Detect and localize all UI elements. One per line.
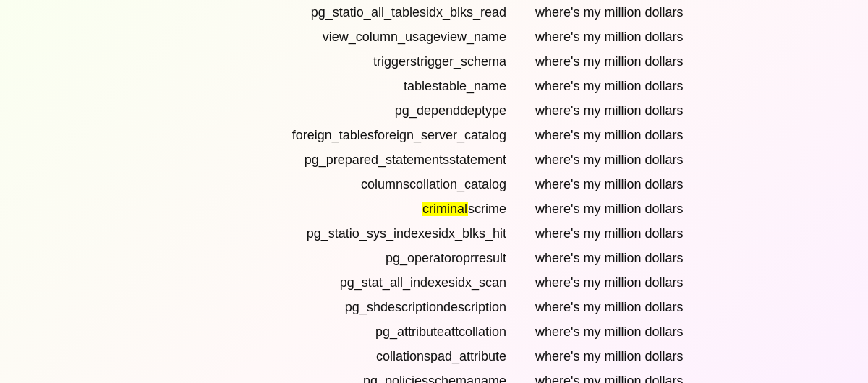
left-cell: pg_stat_all_indexesidx_scan (72, 275, 521, 291)
highlighted-text: criminal (422, 202, 468, 216)
table-row: foreign_tablesforeign_server_catalogwher… (0, 123, 868, 147)
table-row: triggerstrigger_schemawhere's my million… (0, 49, 868, 74)
left-cell: pg_statio_all_tablesidx_blks_read (72, 5, 521, 20)
right-cell: where's my million dollars (521, 152, 796, 168)
table-row: pg_dependdeptypewhere's my million dolla… (0, 98, 868, 123)
left-cell: pg_operatoroprresult (72, 251, 521, 266)
right-cell: where's my million dollars (521, 226, 796, 241)
table-row: pg_stat_all_indexesidx_scanwhere's my mi… (0, 270, 868, 295)
right-cell: where's my million dollars (521, 251, 796, 266)
table-row: pg_operatoroprresultwhere's my million d… (0, 246, 868, 270)
right-cell: where's my million dollars (521, 324, 796, 340)
table-row: pg_shdescriptiondescriptionwhere's my mi… (0, 295, 868, 319)
table-row: collationspad_attributewhere's my millio… (0, 344, 868, 369)
right-cell: where's my million dollars (521, 128, 796, 143)
left-cell: columnscollation_catalog (72, 177, 521, 192)
left-cell: pg_policiesschemaname (72, 374, 521, 384)
left-cell: tablestable_name (72, 79, 521, 94)
right-cell: where's my million dollars (521, 374, 796, 384)
left-cell: collationspad_attribute (72, 349, 521, 364)
right-cell: where's my million dollars (521, 177, 796, 192)
right-cell: where's my million dollars (521, 5, 796, 20)
left-cell: pg_attributeattcollation (72, 324, 521, 340)
left-cell: view_column_usageview_name (72, 30, 521, 45)
normal-text: scrime (468, 202, 506, 216)
left-cell: pg_prepared_statementsstatement (72, 152, 521, 168)
left-cell: criminalscrime (72, 202, 521, 217)
right-cell: where's my million dollars (521, 30, 796, 45)
table-row: pg_statio_all_tablesidx_blks_readwhere's… (0, 0, 868, 25)
table-row: criminalscrimewhere's my million dollars (0, 197, 868, 221)
left-cell: pg_dependdeptype (72, 103, 521, 119)
table-row: columnscollation_catalogwhere's my milli… (0, 172, 868, 197)
right-cell: where's my million dollars (521, 349, 796, 364)
right-cell: where's my million dollars (521, 103, 796, 119)
left-cell: pg_shdescriptiondescription (72, 300, 521, 315)
right-cell: where's my million dollars (521, 202, 796, 217)
right-cell: where's my million dollars (521, 79, 796, 94)
table-row: tablestable_namewhere's my million dolla… (0, 74, 868, 98)
results-table: pg_statio_all_tablesidx_blks_readwhere's… (0, 0, 868, 383)
right-cell: where's my million dollars (521, 300, 796, 315)
right-cell: where's my million dollars (521, 275, 796, 291)
left-cell: pg_statio_sys_indexesidx_blks_hit (72, 226, 521, 241)
left-cell: triggerstrigger_schema (72, 54, 521, 69)
table-row: pg_prepared_statementsstatementwhere's m… (0, 147, 868, 172)
table-row: pg_attributeattcollationwhere's my milli… (0, 319, 868, 344)
table-row: view_column_usageview_namewhere's my mil… (0, 25, 868, 49)
table-row: pg_statio_sys_indexesidx_blks_hitwhere's… (0, 221, 868, 246)
right-cell: where's my million dollars (521, 54, 796, 69)
left-cell: foreign_tablesforeign_server_catalog (72, 128, 521, 143)
table-row: pg_policiesschemanamewhere's my million … (0, 369, 868, 383)
